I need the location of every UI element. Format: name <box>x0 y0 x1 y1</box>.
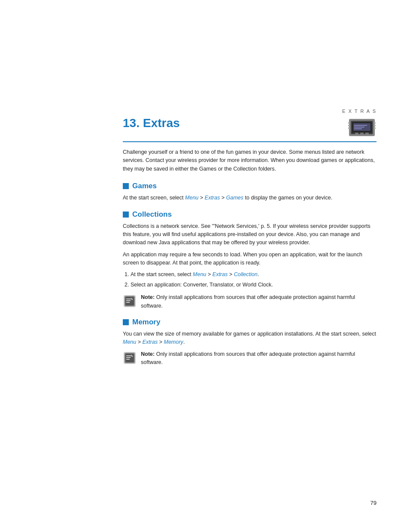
svg-rect-6 <box>354 127 364 128</box>
svg-rect-5 <box>354 125 367 126</box>
svg-rect-9 <box>360 133 364 134</box>
memory-note-text: Note: Only install applications from sou… <box>141 350 377 367</box>
collections-body-1: Collections is a network service. See "'… <box>123 222 377 247</box>
svg-rect-16 <box>374 128 376 129</box>
svg-rect-15 <box>374 125 376 126</box>
games-link-extras[interactable]: Extras <box>205 195 220 201</box>
memory-link-memory[interactable]: Memory <box>164 339 183 345</box>
svg-rect-14 <box>374 122 376 124</box>
content-area: 13. Extras <box>123 0 377 367</box>
collections-note-box: Note: Only install applications from sou… <box>123 293 377 310</box>
games-heading-square <box>123 183 129 189</box>
collections-note-text: Note: Only install applications from sou… <box>141 293 377 310</box>
games-heading-text: Games <box>132 182 157 190</box>
chapter-heading-row: 13. Extras <box>123 116 377 142</box>
memory-heading-text: Memory <box>132 318 160 327</box>
svg-rect-22 <box>126 302 130 303</box>
games-section-heading: Games <box>123 182 377 190</box>
breadcrumb: E x t r a s <box>342 109 377 114</box>
page-container: E x t r a s 13. Extras <box>0 0 411 532</box>
list-item: Select an application: Converter, Transl… <box>131 281 377 289</box>
svg-rect-21 <box>126 300 131 301</box>
memory-link-extras[interactable]: Extras <box>143 339 158 345</box>
collections-link-collection[interactable]: Collection <box>234 271 258 277</box>
intro-paragraph: Challenge yourself or a friend to one of… <box>123 148 377 173</box>
svg-rect-11 <box>348 122 350 124</box>
svg-rect-7 <box>354 128 362 129</box>
collections-link-extras[interactable]: Extras <box>212 271 227 277</box>
collections-heading-text: Collections <box>132 210 172 219</box>
page-number: 79 <box>371 500 377 506</box>
chapter-title: 13. Extras <box>123 116 180 130</box>
svg-rect-30 <box>126 359 130 360</box>
note-icon-memory <box>123 351 137 365</box>
list-item: At the start screen, select Menu > Extra… <box>131 271 377 279</box>
svg-rect-10 <box>365 133 369 134</box>
games-link-menu[interactable]: Menu <box>185 195 199 201</box>
svg-rect-12 <box>348 125 350 126</box>
memory-body: You can view the size of memory availabl… <box>123 330 377 347</box>
memory-link-menu[interactable]: Menu <box>123 339 136 345</box>
collections-heading-square <box>123 212 129 218</box>
games-body: At the start screen, select Menu > Extra… <box>123 194 377 202</box>
memory-note-box: Note: Only install applications from sou… <box>123 350 377 367</box>
collections-list: At the start screen, select Menu > Extra… <box>131 271 377 289</box>
svg-rect-13 <box>348 128 350 129</box>
svg-rect-29 <box>126 357 131 358</box>
collections-body-2: An application may require a few seconds… <box>123 251 377 268</box>
chapter-icon <box>347 116 377 139</box>
collections-section-heading: Collections <box>123 210 377 219</box>
collections-link-menu[interactable]: Menu <box>193 271 206 277</box>
memory-section-heading: Memory <box>123 318 377 327</box>
games-link-games[interactable]: Games <box>226 195 243 201</box>
svg-rect-8 <box>355 133 358 134</box>
memory-heading-square <box>123 319 129 325</box>
note-icon <box>123 294 137 308</box>
